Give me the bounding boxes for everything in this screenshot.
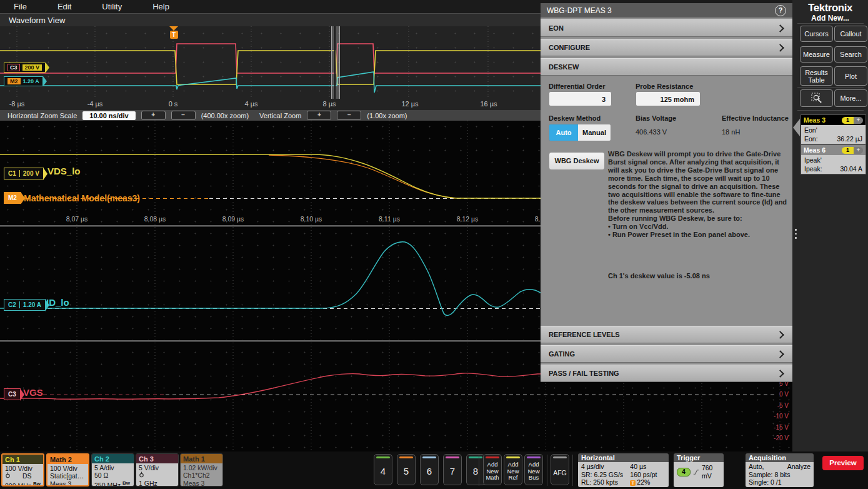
wbg-deskew-button[interactable]: WBG Deskew xyxy=(549,152,605,170)
probe-resistance-input[interactable]: 125 mohm xyxy=(636,91,701,106)
panel-collapse-handle[interactable] xyxy=(793,119,800,136)
meas3-badge[interactable]: Meas 3 1 + Eon' Eon: 36.22 µJ xyxy=(801,114,866,144)
horizontal-badge[interactable]: Horizontal 4 µs/div 40 µs SR: 6.25 GS/s … xyxy=(578,453,669,487)
ch1-badge[interactable]: C1 200 V xyxy=(4,168,44,179)
bias-voltage-label: Bias Voltage xyxy=(636,114,676,122)
meas6-line1: Ipeak' xyxy=(804,156,822,164)
deskew-bullet-1: • Turn on Vcc/Vdd. xyxy=(608,223,669,230)
menu-edit[interactable]: Edit xyxy=(44,2,88,11)
zoom-region-handle[interactable] xyxy=(331,26,340,99)
ch1-badge-title: Ch 1 xyxy=(2,455,43,464)
ch6-color-stripe xyxy=(422,456,436,458)
chevron-right-icon xyxy=(776,350,784,358)
math2-badge[interactable]: M2 xyxy=(4,192,21,204)
menu-file[interactable]: File xyxy=(0,2,44,11)
vgs-tick: -20 V xyxy=(774,435,789,441)
menu-utility[interactable]: Utility xyxy=(88,2,139,11)
help-icon[interactable]: ? xyxy=(775,5,786,16)
hzoom-minus-button[interactable]: − xyxy=(171,111,196,120)
overview-m2-chip: M2 xyxy=(7,78,21,84)
add-new-ref-label: Add New Ref xyxy=(504,461,522,481)
overview-tick: -4 µs xyxy=(87,100,103,108)
overview-tick: 16 µs xyxy=(480,100,497,108)
add-new-ref-button[interactable]: Add New Ref xyxy=(504,454,522,485)
ch8-add-button[interactable]: 8 xyxy=(466,454,485,485)
ch2-impedance: 50 Ω xyxy=(94,471,131,479)
measure-button[interactable]: Measure xyxy=(800,46,833,63)
overview-badge-vds[interactable]: C3 200 V xyxy=(4,63,46,73)
preview-button[interactable]: Preview xyxy=(822,456,864,470)
vzoom-plus-button[interactable]: + xyxy=(307,111,331,120)
panel-title: WBG-DPT MEAS 3 xyxy=(547,6,612,15)
overview-tick: 12 µs xyxy=(401,100,418,108)
panel-drag-handle[interactable] xyxy=(795,226,797,241)
bandwidth-limit-icon: Bw xyxy=(33,481,41,486)
ch2-bottom-badge[interactable]: Ch 2 5 A/div 50 Ω 250 MHzBw xyxy=(91,453,134,486)
menu-help[interactable]: Help xyxy=(139,2,186,11)
ch2-badge-title: Ch 2 xyxy=(92,454,134,463)
acquisition-badge[interactable]: Acquisition Auto, Analyze Sample: 8 bits… xyxy=(746,453,814,487)
bandwidth-limit-icon: Bw xyxy=(122,480,130,486)
callout-button[interactable]: Callout xyxy=(834,26,867,42)
ref-color-stripe xyxy=(506,456,520,458)
zoom-overlay-button[interactable] xyxy=(800,89,833,107)
meas6-badge[interactable]: Meas 6 1 + Ipeak' Ipeak: 30.04 A xyxy=(801,144,866,174)
ch1-probe-mode: DS xyxy=(22,472,32,480)
main-tick: 8.12 µs xyxy=(457,215,479,223)
meas3-source-pill[interactable]: 1 + xyxy=(842,117,863,124)
meas6-body: Ipeak' Ipeak: 30.04 A xyxy=(801,155,866,174)
horizontal-title: Horizontal xyxy=(578,453,669,462)
hzoom-label: Horizontal Zoom Scale xyxy=(7,112,77,119)
ch3-bandwidth: 1 GHz xyxy=(139,480,176,486)
ch3-badge[interactable]: C3 xyxy=(4,388,21,400)
ch1-bottom-badge[interactable]: Ch 1 100 V/div DS 800 MHzBw xyxy=(1,453,44,486)
ch4-add-button[interactable]: 4 xyxy=(374,454,392,485)
h-window: 40 µs xyxy=(630,463,666,471)
deskew-method-toggle: Auto Manual xyxy=(549,124,611,141)
hzoom-plus-button[interactable]: + xyxy=(141,111,166,120)
ch7-color-stripe xyxy=(446,456,459,458)
section-configure[interactable]: CONFIGURE xyxy=(541,39,792,56)
section-deskew[interactable]: DESKEW xyxy=(541,58,792,76)
meas3-header: Meas 3 1 + xyxy=(801,115,866,125)
search-button[interactable]: Search xyxy=(834,46,867,63)
section-reference-levels[interactable]: REFERENCE LEVELS xyxy=(541,326,792,343)
add-new-bus-button[interactable]: Add New Bus xyxy=(524,454,543,485)
hzoom-scale-input[interactable]: 10.00 ns/div xyxy=(82,111,135,120)
more-button[interactable]: More... xyxy=(834,89,867,107)
results-table-button[interactable]: Results Table xyxy=(800,66,833,86)
vzoom-minus-button[interactable]: − xyxy=(337,111,361,120)
bus-color-stripe xyxy=(527,456,541,458)
ch3-bottom-badge[interactable]: Ch 3 5 V/div 1 GHz xyxy=(136,453,179,486)
plot-button[interactable]: Plot xyxy=(834,66,867,86)
math1-bottom-badge[interactable]: Math 1 1.02 kW/div Ch1*Ch2 Meas 3 xyxy=(180,453,223,486)
add-new-math-button[interactable]: Add New Math xyxy=(483,454,502,485)
meas6-source-pill[interactable]: 1 + xyxy=(842,147,863,154)
deskew-bullet-2: • Run Power Preset in the Eon panel abov… xyxy=(608,231,750,238)
cursors-button[interactable]: Cursors xyxy=(800,26,833,42)
afg-button[interactable]: AFG xyxy=(551,454,569,485)
trigger-badge[interactable]: Trigger 4 760 mV xyxy=(674,453,724,487)
bias-voltage-value: 406.433 V xyxy=(636,128,667,136)
vgs-label: VGS xyxy=(23,387,43,398)
ch2-chip: C2 xyxy=(8,301,16,308)
deskew-manual-button[interactable]: Manual xyxy=(578,124,611,141)
ch2-badge[interactable]: C2 1.20 A xyxy=(4,299,46,311)
ch6-add-button[interactable]: 6 xyxy=(420,454,439,485)
overview-badge-id[interactable]: M2 1.20 A xyxy=(4,76,43,86)
math2-bottom-badge[interactable]: Math 2 100 V/div Static[gat… Meas 3 xyxy=(46,453,89,486)
section-eon[interactable]: EON xyxy=(541,19,792,37)
ch3-scale: 5 V/div xyxy=(139,464,176,471)
deskew-auto-button[interactable]: Auto xyxy=(549,124,578,141)
math2-badge-title: Math 2 xyxy=(47,455,88,464)
divider xyxy=(479,455,479,486)
diff-order-input[interactable]: 3 xyxy=(549,91,612,106)
section-pass-fail[interactable]: PASS / FAIL TESTING xyxy=(541,365,792,382)
meas3-body: Eon' Eon: 36.22 µJ xyxy=(801,125,866,144)
meas6-count: 1 xyxy=(842,147,854,154)
section-gating[interactable]: GATING xyxy=(541,345,792,363)
overview-tick: 4 µs xyxy=(244,100,257,108)
ch7-add-button[interactable]: 7 xyxy=(443,454,462,485)
ch5-add-button[interactable]: 5 xyxy=(397,454,416,485)
trigger-position-marker[interactable]: T xyxy=(169,26,179,39)
